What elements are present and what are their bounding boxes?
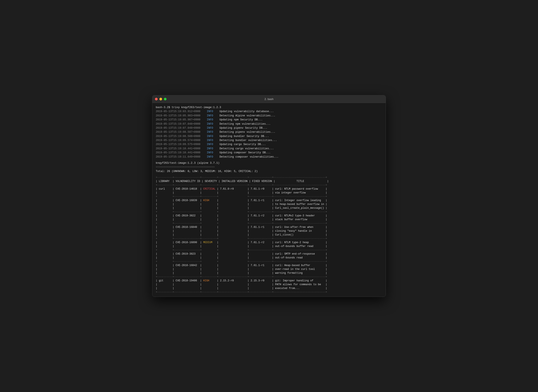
terminal-body: bash-3.2$ trivy knqyf263/test-image:1.2.… <box>152 103 386 297</box>
log-line: 2019-05-13T15:19:09.574+0900 INFO Detect… <box>156 138 382 142</box>
image-line: knqyf263/test-image:1.2.3 (alpine 3.7.1) <box>156 161 382 165</box>
separator-line: ===================================== <box>156 165 382 169</box>
vuln-table: +----------+-----------------+----------… <box>156 176 382 294</box>
table-row: | | | | | | out-of-bounds buffer read | <box>156 244 382 248</box>
table-row-sep: + +-----------------+ + +---------------… <box>156 260 382 264</box>
table-row-sep: + +-----------------+ + +---------------… <box>156 210 382 214</box>
log-line: 2019-05-13T15:19:05.987+0900 INFO Updati… <box>156 118 382 122</box>
log-line: 2019-05-13T15:19:09.575+0900 INFO Updati… <box>156 142 382 146</box>
minimize-button[interactable] <box>159 98 162 100</box>
table-row-sep: + +-----------------+ + +---------------… <box>156 248 382 252</box>
table-row: | | CVE-2019-3823 | | | | curl: SMTP end… <box>156 252 382 256</box>
window-title: 2. bash <box>264 98 274 101</box>
table-row: | | | | | | out-of-bounds read | <box>156 256 382 260</box>
table-row: | | CVE-2018-16839 | HIGH | | 7.61.1-r1 … <box>156 199 382 202</box>
log-line: 2019-05-13T15:19:11.649+0900 INFO Detect… <box>156 155 382 159</box>
table-row: | | | | | | closing "easy" handle in | <box>156 229 382 233</box>
table-row: | | CVE-2019-3822 | | | 7.61.1-r2 | curl… <box>156 214 382 218</box>
log-line: 2019-05-13T15:19:05.983+0900 INFO Detect… <box>156 114 382 118</box>
table-row-sep: + +-----------------+----------+ +------… <box>156 237 382 241</box>
table-row: | | | | | | warning formatting | <box>156 271 382 275</box>
table-top-border: +----------+-----------------+----------… <box>156 176 382 179</box>
log-line: 2019-05-13T15:19:03.912+0900 INFO Updati… <box>156 110 382 114</box>
table-header: | LIBRARY | VULNERABILITY ID | SEVERITY … <box>156 179 382 183</box>
log-line: 2019-05-13T15:19:08.508+0900 INFO Updati… <box>156 134 382 138</box>
log-line: 2019-05-13T15:19:07.048+0900 INFO Detect… <box>156 122 382 126</box>
log-line: 2019-05-13T15:19:07.048+0900 INFO Updati… <box>156 126 382 130</box>
table-row-sep: + +-----------------+----------+ +------… <box>156 195 382 199</box>
traffic-lights <box>155 98 167 100</box>
log-line: 2019-05-13T15:19:10.441+0900 INFO Detect… <box>156 147 382 151</box>
table-row: | | CVE-2018-16840 | | | 7.61.1-r1 | cur… <box>156 225 382 229</box>
titlebar: 2. bash <box>152 95 386 103</box>
fullscreen-button[interactable] <box>164 98 167 100</box>
table-row: | | | | | | via integer overflow | <box>156 191 382 195</box>
table-row-sep: + +-----------------+ + +---------------… <box>156 221 382 225</box>
prompt-line: bash-3.2$ trivy knqyf263/test-image:1.2.… <box>156 106 382 110</box>
log-line: 2019-05-13T15:19:08.507+0900 INFO Detect… <box>156 130 382 134</box>
table-row: | | | | | | PATH allows for commands to … <box>156 283 382 286</box>
table-header-sep: +----------+-----------------+----------… <box>156 183 382 187</box>
table-row-sep: +----------+-----------------+----------… <box>156 275 382 279</box>
table-row: | | | | | | over-read in the curl tool | <box>156 267 382 271</box>
table-row: | | | | | | Curl_close() | <box>156 233 382 237</box>
table-row: | | | | | | to heap-based buffer overflo… <box>156 202 382 206</box>
table-row: | | CVE-2018-16890 | MEDIUM | | 7.61.1-r… <box>156 241 382 244</box>
summary-line: Total: 26 (UNKNOWN: 0, LOW: 3, MEDIUM: 1… <box>156 169 382 173</box>
table-row: | | | | | | Curl_sasl_create_plain_messa… <box>156 206 382 210</box>
terminal-window: 2. bash bash-3.2$ trivy knqyf263/test-im… <box>152 95 386 297</box>
table-row: | | CVE-2018-16842 | | | 7.61.1-r1 | cur… <box>156 264 382 267</box>
close-button[interactable] <box>155 98 158 100</box>
log-line: 2019-05-13T15:19:10.441+0900 INFO Updati… <box>156 151 382 155</box>
table-row: | | | | | | stack buffer overflow | <box>156 218 382 221</box>
table-bottom-border: +----------+-----------------+----------… <box>156 290 382 294</box>
table-row: | | | | | | executed from... | <box>156 286 382 290</box>
log-lines: 2019-05-13T15:19:03.912+0900 INFO Updati… <box>156 110 382 159</box>
table-row: | curl | CVE-2018-14618 | CRITICAL | 7.6… <box>156 187 382 191</box>
table-row: | git | CVE-2018-19486 | HIGH | 2.15.2-r… <box>156 279 382 283</box>
